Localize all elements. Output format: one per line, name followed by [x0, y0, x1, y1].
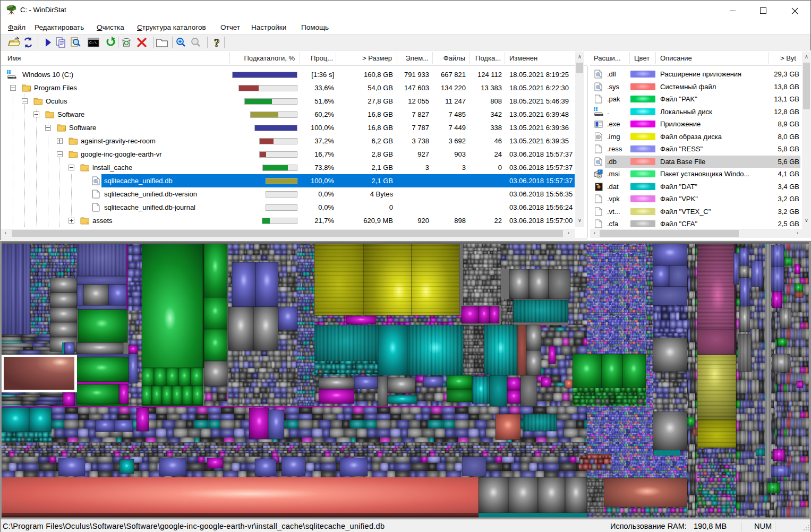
svg-text:C:\: C:\ [89, 40, 97, 45]
svg-text:?: ? [214, 37, 220, 49]
